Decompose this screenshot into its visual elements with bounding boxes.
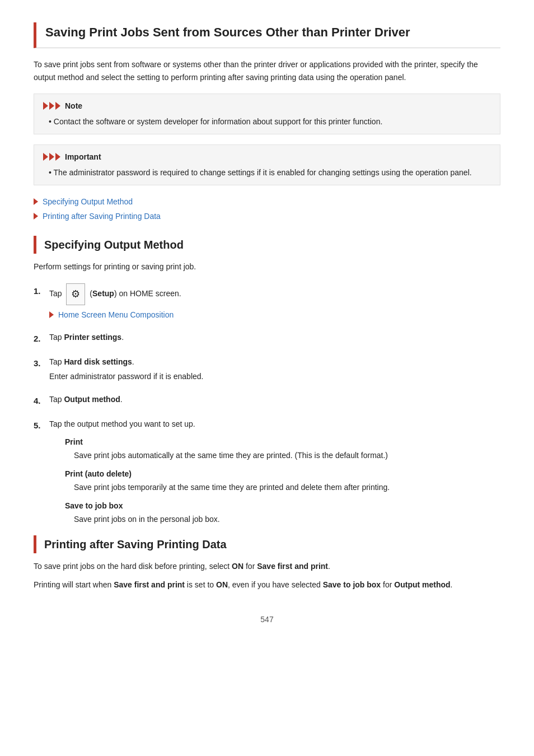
step-1-prefix: Tap xyxy=(49,289,64,298)
output-option-print: Print Save print jobs automatically at t… xyxy=(65,436,500,462)
note-list: Contact the software or system developer… xyxy=(43,115,491,128)
section-1-intro: Perform settings for printing or saving … xyxy=(34,260,500,273)
nav-arrow-2 xyxy=(34,213,38,220)
step-4: 4. Tap Output method. xyxy=(34,393,500,408)
output-options: Print Save print jobs automatically at t… xyxy=(65,436,500,525)
note-box: Note Contact the software or system deve… xyxy=(34,94,500,134)
output-option-print-desc: Save print jobs automatically at the sam… xyxy=(74,449,500,461)
important-icon xyxy=(43,153,62,161)
step-2-text: Tap Printer settings. xyxy=(49,331,500,343)
step-2: 2. Tap Printer settings. xyxy=(34,331,500,346)
output-option-print-auto-title: Print (auto delete) xyxy=(65,468,500,480)
output-option-save-job-box-desc: Save print jobs on in the personal job b… xyxy=(74,513,500,525)
step-2-content: Tap Printer settings. xyxy=(49,331,500,343)
important-list: The administrator password is required t… xyxy=(43,166,491,179)
step-1-sub-link[interactable]: Home Screen Menu Composition xyxy=(49,309,500,321)
step-2-number: 2. xyxy=(34,332,49,346)
steps-list: 1. Tap ⚙ (Setup) on HOME screen. Home Sc… xyxy=(34,283,500,526)
step-5: 5. Tap the output method you want to set… xyxy=(34,418,500,526)
step-4-number: 4. xyxy=(34,394,49,408)
page-number: 547 xyxy=(34,613,500,626)
home-screen-menu-link[interactable]: Home Screen Menu Composition xyxy=(58,309,174,321)
step-1-number: 1. xyxy=(34,284,49,298)
important-header-label: Important xyxy=(65,151,101,163)
step-5-text: Tap the output method you want to set up… xyxy=(49,418,500,430)
output-option-save-job-box: Save to job box Save print jobs on in th… xyxy=(65,500,500,526)
step-4-text: Tap Output method. xyxy=(49,393,500,405)
nav-link-specifying-output[interactable]: Specifying Output Method xyxy=(43,195,133,208)
nav-link-item-2[interactable]: Printing after Saving Printing Data xyxy=(34,210,500,222)
step-3-text: Tap Hard disk settings. xyxy=(49,356,500,368)
section-specifying-output: Specifying Output Method Perform setting… xyxy=(34,236,500,525)
output-option-print-title: Print xyxy=(65,436,500,448)
step-5-number: 5. xyxy=(34,419,49,432)
step-3-sub-note: Enter administrator password if it is en… xyxy=(49,370,500,382)
page-title: Saving Print Jobs Sent from Sources Othe… xyxy=(45,22,500,42)
important-box: Important The administrator password is … xyxy=(34,144,500,185)
note-header: Note xyxy=(43,100,491,112)
step-4-content: Tap Output method. xyxy=(49,393,500,405)
step-3-number: 3. xyxy=(34,357,49,370)
step-1-suffix: (Setup) on HOME screen. xyxy=(90,289,181,298)
section-printing-after-saving: Printing after Saving Printing Data To s… xyxy=(34,535,500,591)
sub-link-arrow-1 xyxy=(49,311,54,318)
important-header: Important xyxy=(43,151,491,163)
step-5-content: Tap the output method you want to set up… xyxy=(49,418,500,526)
nav-link-item-1[interactable]: Specifying Output Method xyxy=(34,195,500,208)
printing-after-para-2: Printing will start when Save first and … xyxy=(34,578,500,591)
page-title-section: Saving Print Jobs Sent from Sources Othe… xyxy=(34,22,500,48)
intro-text: To save print jobs sent from software or… xyxy=(34,58,500,83)
important-item: The administrator password is required t… xyxy=(49,166,491,179)
step-1-content: Tap ⚙ (Setup) on HOME screen. Home Scree… xyxy=(49,283,500,321)
step-3: 3. Tap Hard disk settings. Enter adminis… xyxy=(34,356,500,383)
setup-icon-box: ⚙ xyxy=(66,283,85,305)
section-heading-1: Specifying Output Method xyxy=(34,236,500,254)
nav-arrow-1 xyxy=(34,198,38,205)
note-icon xyxy=(43,102,62,110)
output-option-print-auto: Print (auto delete) Save print jobs temp… xyxy=(65,468,500,494)
output-option-save-job-box-title: Save to job box xyxy=(65,500,500,512)
nav-links: Specifying Output Method Printing after … xyxy=(34,195,500,223)
note-item: Contact the software or system developer… xyxy=(49,115,491,128)
section-heading-2: Printing after Saving Printing Data xyxy=(34,535,500,553)
nav-link-printing-after-saving[interactable]: Printing after Saving Printing Data xyxy=(43,210,161,222)
gear-icon: ⚙ xyxy=(71,288,80,300)
step-3-content: Tap Hard disk settings. Enter administra… xyxy=(49,356,500,383)
note-header-label: Note xyxy=(65,100,82,112)
printing-after-para-1: To save print jobs on the hard disk befo… xyxy=(34,560,500,572)
output-option-print-auto-desc: Save print jobs temporarily at the same … xyxy=(74,481,500,493)
step-1-text: Tap ⚙ (Setup) on HOME screen. xyxy=(49,283,500,305)
step-1: 1. Tap ⚙ (Setup) on HOME screen. Home Sc… xyxy=(34,283,500,321)
